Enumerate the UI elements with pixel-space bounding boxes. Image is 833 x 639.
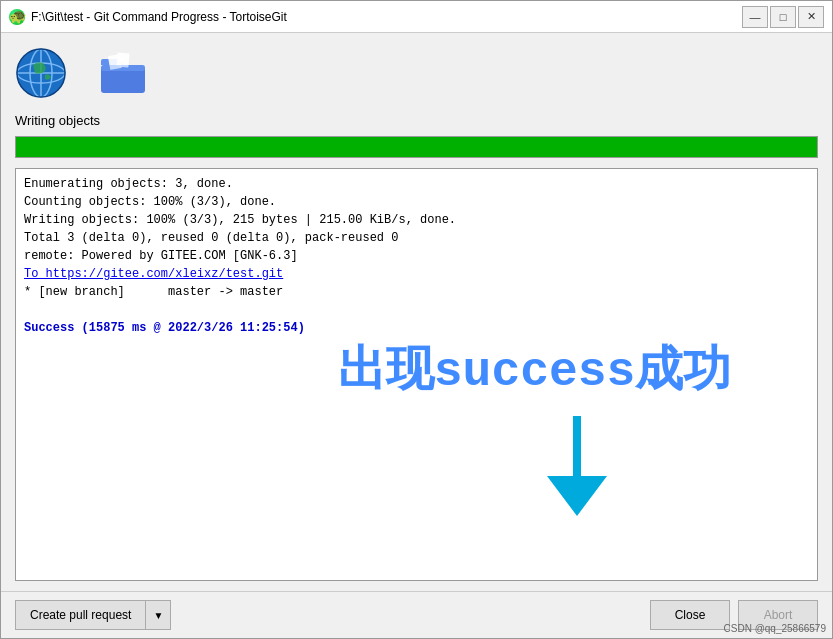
title-bar-left: 🐢 F:\Git\test - Git Command Progress - T… [9,9,287,25]
folder-icon [97,47,149,99]
svg-marker-11 [547,476,607,516]
progress-bar-container [15,136,818,158]
watermark-text: CSDN @qq_25866579 [724,623,826,634]
log-line: Writing objects: 100% (3/3), 215 bytes |… [24,211,809,229]
svg-rect-9 [101,65,145,71]
log-success-line: Success (15875 ms @ 2022/3/26 11:25:54) [24,319,809,337]
window-title: F:\Git\test - Git Command Progress - Tor… [31,10,287,24]
content-area: Writing objects Enumerating objects: 3, … [1,33,832,591]
log-line [24,301,809,319]
icons-row [15,43,818,99]
pull-request-group: Create pull request ▼ [15,600,171,630]
bottom-bar: Create pull request ▼ Close Abort [1,591,832,638]
app-icon: 🐢 [9,9,25,25]
close-window-button[interactable]: ✕ [798,6,824,28]
maximize-button[interactable]: □ [770,6,796,28]
status-label: Writing objects [15,113,818,128]
log-line: remote: Powered by GITEE.COM [GNK-6.3] [24,247,809,265]
log-link-line[interactable]: To https://gitee.com/xleixz/test.git [24,265,809,283]
globe-icon [15,47,67,99]
arrow-icon [537,416,617,520]
close-button[interactable]: Close [650,600,730,630]
main-window: 🐢 F:\Git\test - Git Command Progress - T… [0,0,833,639]
create-pull-request-button[interactable]: Create pull request [15,600,145,630]
overlay-annotation: 出现success成功 [338,336,732,400]
log-line: * [new branch] master -> master [24,283,809,301]
log-line: Counting objects: 100% (3/3), done. [24,193,809,211]
log-line: Total 3 (delta 0), reused 0 (delta 0), p… [24,229,809,247]
pull-request-dropdown-button[interactable]: ▼ [145,600,171,630]
progress-bar-fill [16,137,817,157]
minimize-button[interactable]: — [742,6,768,28]
title-bar: 🐢 F:\Git\test - Git Command Progress - T… [1,1,832,33]
log-area[interactable]: Enumerating objects: 3, done. Counting o… [15,168,818,581]
title-bar-controls: — □ ✕ [742,6,824,28]
log-line: Enumerating objects: 3, done. [24,175,809,193]
